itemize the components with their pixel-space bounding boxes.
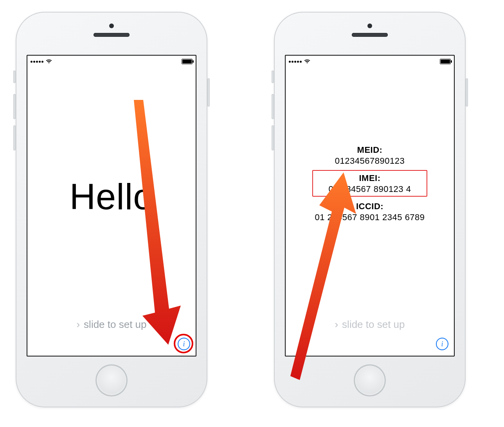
- slide-to-set-up-label: slide to set up: [84, 318, 146, 331]
- earpiece-speaker: [352, 33, 388, 37]
- info-icon: i: [441, 340, 443, 347]
- status-bar: [286, 56, 454, 67]
- battery-icon: [182, 59, 193, 64]
- cellular-signal-icon: [289, 61, 302, 63]
- phone-screen-left: Hello › slide to set up i: [27, 55, 196, 356]
- volume-down-button: [13, 125, 16, 150]
- instruction-figure: Hello › slide to set up i: [0, 0, 504, 427]
- earpiece-speaker: [94, 33, 130, 37]
- volume-up-button: [13, 94, 16, 119]
- mute-switch: [13, 71, 16, 83]
- imei-row: IMEI: 01 234567 890123 4: [286, 173, 454, 194]
- cellular-signal-icon: [31, 61, 43, 63]
- meid-value: 01234567890123: [286, 156, 454, 166]
- home-button[interactable]: [95, 364, 128, 396]
- iccid-row: ICCID: 01 234567 8901 2345 6789: [286, 201, 454, 223]
- volume-down-button: [272, 125, 274, 150]
- front-camera-icon: [109, 24, 114, 28]
- iccid-value: 01 234567 8901 2345 6789: [286, 212, 454, 223]
- wifi-icon: [46, 59, 52, 64]
- chevron-right-icon: ›: [76, 318, 80, 331]
- info-button[interactable]: i: [436, 338, 448, 350]
- iccid-label: ICCID:: [286, 201, 454, 212]
- mute-switch: [272, 71, 274, 83]
- battery-icon: [440, 59, 451, 64]
- imei-label: IMEI:: [286, 173, 454, 183]
- imei-value: 01 234567 890123 4: [286, 184, 454, 194]
- phone-screen-right: MEID: 01234567890123 IMEI: 01 234567 890…: [285, 55, 455, 356]
- info-button[interactable]: i: [178, 338, 190, 350]
- power-button: [466, 78, 468, 107]
- chevron-right-icon: ›: [335, 318, 338, 331]
- slide-to-set-up-label: slide to set up: [342, 318, 405, 331]
- front-camera-icon: [367, 24, 372, 28]
- device-info: MEID: 01234567890123 IMEI: 01 234567 890…: [286, 138, 454, 230]
- power-button: [207, 78, 210, 107]
- meid-row: MEID: 01234567890123: [286, 145, 454, 166]
- phone-mockup-right: MEID: 01234567890123 IMEI: 01 234567 890…: [274, 12, 466, 407]
- phone-mockup-left: Hello › slide to set up i: [16, 12, 207, 407]
- info-icon: i: [183, 340, 185, 347]
- volume-up-button: [272, 94, 274, 119]
- wifi-icon: [304, 59, 310, 64]
- meid-label: MEID:: [286, 145, 454, 155]
- home-button[interactable]: [354, 364, 386, 396]
- slide-to-set-up[interactable]: › slide to set up: [27, 318, 196, 331]
- slide-to-set-up[interactable]: › slide to set up: [286, 318, 454, 331]
- welcome-greeting: Hello: [27, 179, 196, 215]
- status-bar: [27, 56, 196, 67]
